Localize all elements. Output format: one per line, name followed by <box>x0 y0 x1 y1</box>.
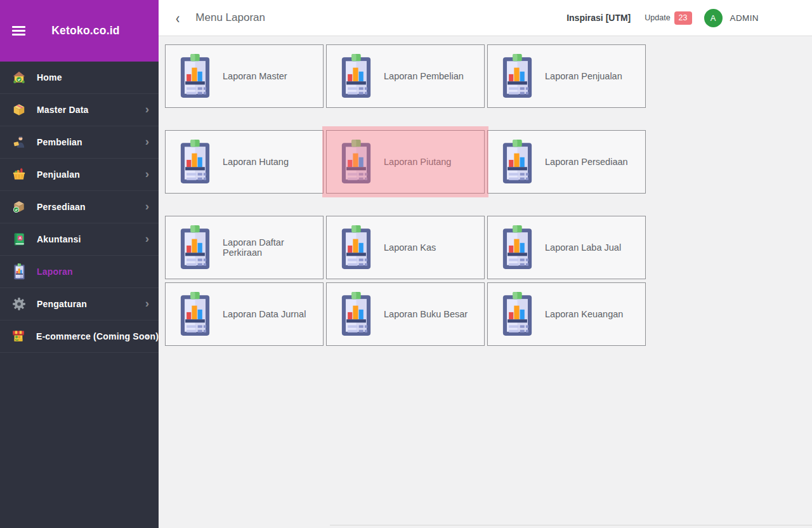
back-chevron-icon[interactable]: ‹ <box>176 10 180 25</box>
chevron-right-icon: › <box>145 135 149 148</box>
sidebar-item-label: Home <box>37 72 62 82</box>
chevron-right-icon: › <box>145 232 149 246</box>
sidebar-item-label: Akuntansi <box>37 234 81 244</box>
sidebar-item-master-data[interactable]: Master Data› <box>0 94 159 126</box>
report-card-label: Laporan Persediaan <box>545 157 628 167</box>
sidebar-nav: HomeMaster Data›Pembelian›Penjualan›Pers… <box>0 62 159 353</box>
report-card-laporan-buku-besar[interactable]: Laporan Buku Besar <box>326 282 485 346</box>
report-card-label: Laporan Keuangan <box>545 309 623 319</box>
sidebar-brand-header: Ketoko.co.id <box>0 0 159 62</box>
clipboard-chart-icon <box>177 53 213 99</box>
sidebar-item-persediaan[interactable]: Persediaan› <box>0 191 159 223</box>
company-name: Inspirasi [UTM] <box>566 13 631 23</box>
report-card-label: Laporan Kas <box>384 242 436 253</box>
report-card-laporan-laba-jual[interactable]: Laporan Laba Jual <box>487 216 646 279</box>
chevron-right-icon: › <box>145 296 149 310</box>
sidebar-item-label: Pembelian <box>37 137 82 147</box>
gear-icon <box>11 296 27 312</box>
sidebar-item-pembelian[interactable]: Pembelian› <box>0 126 159 159</box>
report-card-laporan-master[interactable]: Laporan Master <box>165 44 324 108</box>
sidebar-item-laporan[interactable]: Laporan <box>0 256 159 288</box>
report-clipboard-icon <box>11 264 27 279</box>
page-title: Menu Laporan <box>195 11 265 24</box>
storefront-icon <box>11 329 26 344</box>
accounting-book-icon: A <box>11 232 27 247</box>
report-card-laporan-pembelian[interactable]: Laporan Pembelian <box>326 44 485 108</box>
card-group: Laporan Daftar PerkiraanLaporan KasLapor… <box>165 216 653 349</box>
report-card-grid: Laporan MasterLaporan PembelianLaporan P… <box>159 36 812 349</box>
clipboard-chart-icon <box>499 225 535 270</box>
report-card-laporan-penjualan[interactable]: Laporan Penjualan <box>487 44 646 108</box>
clipboard-chart-icon <box>177 139 213 185</box>
clipboard-chart-icon <box>177 225 213 270</box>
topbar-right-cluster: Inspirasi [UTM] Update 23 A ADMIN <box>566 9 759 27</box>
inventory-check-icon <box>11 199 27 214</box>
report-card-label: Laporan Penjualan <box>545 71 622 81</box>
sidebar-item-label: E-commerce (Coming Soon) <box>36 331 159 341</box>
sidebar-item-akuntansi[interactable]: AAkuntansi› <box>0 223 159 256</box>
chevron-right-icon: › <box>145 102 149 116</box>
avatar[interactable]: A <box>704 9 723 27</box>
card-group: Laporan MasterLaporan PembelianLaporan P… <box>165 44 653 111</box>
sidebar-item-ecommerce[interactable]: E-commerce (Coming Soon)› <box>0 320 159 353</box>
buyer-icon <box>11 135 27 150</box>
report-card-laporan-hutang[interactable]: Laporan Hutang <box>165 130 324 194</box>
sidebar-item-label: Penjualan <box>37 169 80 180</box>
update-link[interactable]: Update <box>645 13 670 22</box>
report-card-label: Laporan Buku Besar <box>384 309 468 319</box>
card-group: Laporan HutangLaporan PiutangLaporan Per… <box>165 130 653 197</box>
svg-text:A: A <box>18 236 22 240</box>
home-icon <box>11 70 27 85</box>
report-card-laporan-daftar-perkiraan[interactable]: Laporan Daftar Perkiraan <box>165 216 324 279</box>
clipboard-chart-icon <box>177 291 213 337</box>
brand-title[interactable]: Ketoko.co.id <box>25 24 159 37</box>
clipboard-chart-icon <box>338 291 374 337</box>
sidebar-item-home[interactable]: Home <box>0 62 159 94</box>
username: ADMIN <box>730 13 759 23</box>
report-card-label: Laporan Daftar Perkiraan <box>223 237 323 258</box>
report-card-label: Laporan Master <box>223 71 287 81</box>
basket-icon <box>11 167 27 182</box>
report-card-laporan-piutang[interactable]: Laporan Piutang <box>326 130 485 194</box>
chevron-right-icon: › <box>145 199 149 213</box>
report-card-laporan-kas[interactable]: Laporan Kas <box>326 216 485 279</box>
chevron-right-icon: › <box>145 167 149 181</box>
report-card-label: Laporan Pembelian <box>384 71 464 81</box>
sidebar-item-pengaturan[interactable]: Pengaturan› <box>0 288 159 320</box>
clipboard-chart-icon <box>499 53 535 99</box>
footer: © Ketoko.co.id 2.0.1.0 - Inspirasibiz / … <box>330 525 812 528</box>
sidebar-item-label: Persediaan <box>37 202 86 212</box>
report-card-label: Laporan Hutang <box>223 157 289 167</box>
report-card-label: Laporan Laba Jual <box>545 242 621 253</box>
topbar: ‹ Menu Laporan Inspirasi [UTM] Update 23… <box>159 0 812 36</box>
report-card-label: Laporan Data Jurnal <box>223 309 306 319</box>
update-count-badge[interactable]: 23 <box>674 11 692 25</box>
hamburger-menu-icon[interactable] <box>12 26 25 36</box>
sidebar-item-label: Laporan <box>37 267 73 277</box>
sidebar: Ketoko.co.id HomeMaster Data›Pembelian›P… <box>0 0 159 528</box>
footer-copyright: © Ketoko.co.id 2.0.1.0 - Inspirasibiz / … <box>330 525 812 528</box>
package-box-icon <box>11 102 27 117</box>
main-content: Laporan MasterLaporan PembelianLaporan P… <box>159 36 812 528</box>
report-card-laporan-persediaan[interactable]: Laporan Persediaan <box>487 130 646 194</box>
sidebar-item-label: Master Data <box>37 105 89 115</box>
clipboard-chart-icon <box>499 291 535 337</box>
clipboard-chart-icon <box>499 139 535 185</box>
sidebar-item-penjualan[interactable]: Penjualan› <box>0 159 159 191</box>
clipboard-chart-icon <box>338 53 374 99</box>
sidebar-item-label: Pengaturan <box>37 299 87 309</box>
clipboard-chart-icon <box>338 139 374 185</box>
report-card-laporan-data-jurnal[interactable]: Laporan Data Jurnal <box>165 282 324 346</box>
report-card-label: Laporan Piutang <box>384 157 451 167</box>
clipboard-chart-icon <box>338 225 374 270</box>
report-card-laporan-keuangan[interactable]: Laporan Keuangan <box>487 282 646 346</box>
